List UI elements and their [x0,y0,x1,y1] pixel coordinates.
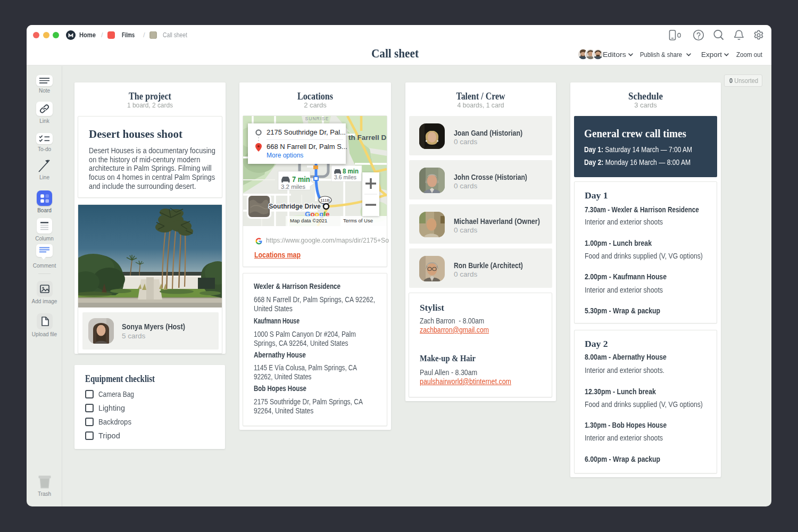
svg-text:th Farrell Driv: th Farrell Driv [348,134,387,142]
svg-text:SUNRISE: SUNRISE [305,116,329,121]
svg-text:More options: More options [267,152,303,159]
svg-text:111B: 111B [320,198,330,203]
svg-text:Southridge Drive: Southridge Drive [269,203,320,210]
svg-text:2175 Southridge Dr, Pal...: 2175 Southridge Dr, Pal... [267,128,346,136]
svg-text:668 N Farrell Dr, Palm S...: 668 N Farrell Dr, Palm S... [267,143,347,151]
svg-text:3.2 miles: 3.2 miles [281,184,305,190]
svg-text:7 min: 7 min [292,176,310,184]
svg-text:Map data ©2021: Map data ©2021 [290,218,327,223]
svg-text:Terms of Use: Terms of Use [343,218,373,223]
svg-text:3.6 miles: 3.6 miles [334,174,356,180]
